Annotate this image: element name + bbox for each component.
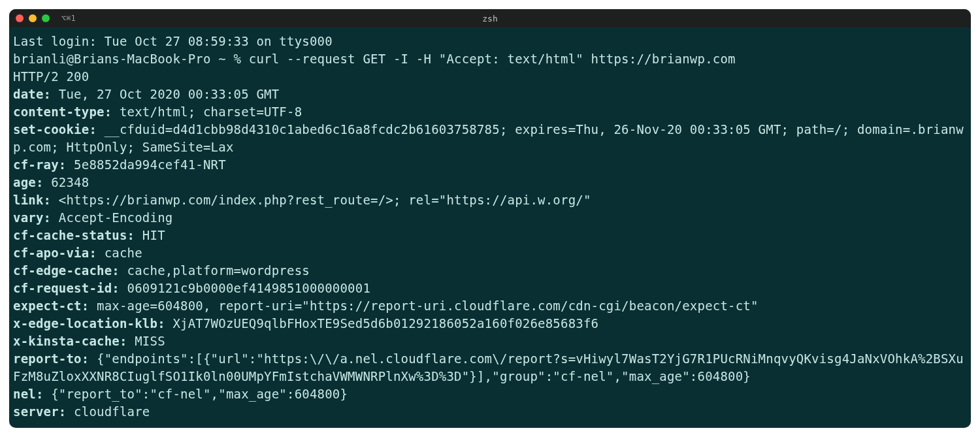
header-value: max-age=604800, report-uri="https://repo… <box>89 299 758 313</box>
header-key: report-to: <box>13 351 89 366</box>
tab-shortcut-label: ⌥⌘1 <box>61 14 76 23</box>
header-value: cloudflare <box>66 404 150 419</box>
terminal-output[interactable]: Last login: Tue Oct 27 08:59:33 on ttys0… <box>9 27 971 421</box>
header-value: {"report_to":"cf-nel","max_age":604800} <box>44 387 348 401</box>
header-key: link: <box>13 193 51 207</box>
header-value: Tue, 27 Oct 2020 00:33:05 GMT <box>51 87 279 101</box>
last-login-line: Last login: Tue Oct 27 08:59:33 on ttys0… <box>13 34 333 48</box>
header-value: Accept-Encoding <box>51 210 172 225</box>
header-value: 62348 <box>44 175 90 189</box>
header-value: __cfduid=d4d1cbb98d4310c1abed6c16a8fcdc2… <box>13 122 964 154</box>
header-key: cf-ray: <box>13 157 66 172</box>
header-key: cf-edge-cache: <box>13 263 120 278</box>
header-value: HIT <box>135 228 165 242</box>
header-key: set-cookie: <box>13 122 97 137</box>
window-title: zsh <box>482 14 497 24</box>
header-key: cf-apo-via: <box>13 246 97 260</box>
header-value: {"endpoints":[{"url":"https:\/\/a.nel.cl… <box>13 351 964 383</box>
header-value: text/html; charset=UTF-8 <box>112 105 302 119</box>
header-key: nel: <box>13 387 44 401</box>
header-key: server: <box>13 404 66 419</box>
header-value: 5e8852da994cef41-NRT <box>66 157 225 172</box>
header-key: content-type: <box>13 105 112 119</box>
minimize-icon[interactable] <box>29 14 37 22</box>
header-key: x-edge-location-klb: <box>13 316 165 331</box>
header-value: 0609121c9b0000ef4149851000000001 <box>120 281 370 295</box>
header-value: cache <box>97 246 142 260</box>
header-value: XjAT7WOzUEQ9qlbFHoxTE9Sed5d6b01292186052… <box>165 316 598 331</box>
header-key: age: <box>13 175 44 189</box>
header-key: cf-cache-status: <box>13 228 135 242</box>
header-key: vary: <box>13 210 51 225</box>
zoom-icon[interactable] <box>42 14 50 22</box>
command-text: curl --request GET -I -H "Accept: text/h… <box>249 52 736 66</box>
header-key: date: <box>13 87 51 101</box>
header-key: expect-ct: <box>13 299 89 313</box>
traffic-lights <box>16 14 50 22</box>
header-key: x-kinsta-cache: <box>13 334 127 348</box>
header-value: cache,platform=wordpress <box>120 263 310 278</box>
terminal-window: ⌥⌘1 zsh Last login: Tue Oct 27 08:59:33 … <box>9 9 971 428</box>
http-status-line: HTTP/2 200 <box>13 69 89 84</box>
header-value: MISS <box>127 334 165 348</box>
header-value: <https://brianwp.com/index.php?rest_rout… <box>51 193 591 207</box>
titlebar[interactable]: ⌥⌘1 zsh <box>9 9 971 27</box>
header-key: cf-request-id: <box>13 281 120 295</box>
shell-prompt: brianli@Brians-MacBook-Pro ~ % <box>13 52 249 66</box>
close-icon[interactable] <box>16 14 24 22</box>
